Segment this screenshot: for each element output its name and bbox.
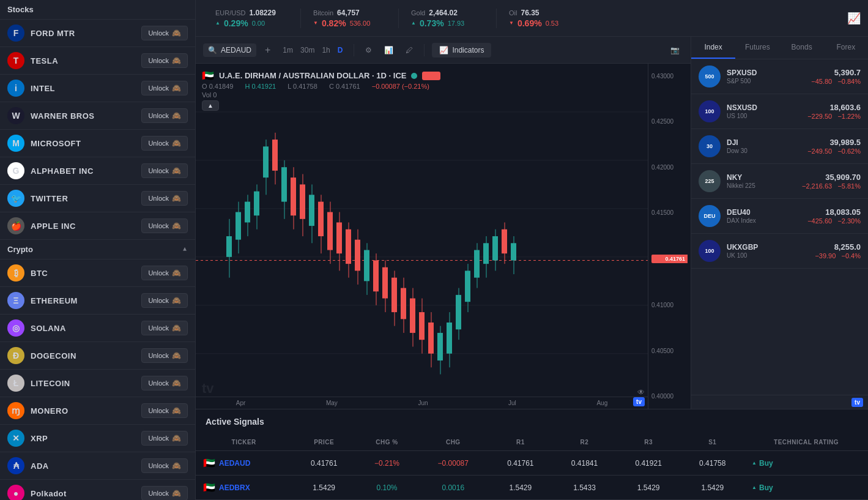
unlock-button[interactable]: Unlock 🙈 xyxy=(141,163,188,178)
index-info: UKXGBP UK 100 xyxy=(727,243,809,259)
index-change: −229.50 −1.22% xyxy=(807,113,861,120)
stocks-list: F FORD MTR Unlock 🙈 T TESLA Unlock 🙈 i I… xyxy=(0,20,195,240)
tab-index[interactable]: Index xyxy=(691,37,735,59)
index-name: DJI xyxy=(727,138,801,147)
unlock-button[interactable]: Unlock 🙈 xyxy=(141,26,188,40)
index-values: 39,989.5 −249.50 −0.62% xyxy=(807,138,861,155)
signal-rating-badge: Buy xyxy=(752,459,861,468)
price-level-2: 0.42500 xyxy=(651,118,688,125)
search-icon: 🔍 xyxy=(208,46,217,54)
tradingview-chart-logo: tv xyxy=(633,397,645,406)
ticker-item-gold[interactable]: Gold 2,464.02 ▲ 0.73% 17.93 xyxy=(399,9,497,28)
unlock-button[interactable]: Unlock 🙈 xyxy=(141,403,188,418)
screenshot-btn[interactable]: 📷 xyxy=(667,43,683,57)
index-price: 8,255.0 xyxy=(815,242,861,252)
unlock-button[interactable]: Unlock 🙈 xyxy=(141,458,188,473)
chart-title-text: U.A.E. DIRHAM / AUSTRALIAN DOLLAR · 1D ·… xyxy=(219,71,406,80)
svg-rect-10 xyxy=(236,212,241,240)
crypto-icon: ɱ xyxy=(7,402,24,419)
index-item-dji[interactable]: 30 DJI Dow 30 39,989.5 −249.50 −0.62% xyxy=(691,129,868,164)
unlock-button[interactable]: Unlock 🙈 xyxy=(141,218,188,233)
sidebar-item-ethereum: Ξ ETHEREUM Unlock 🙈 xyxy=(0,287,195,315)
chart-symbol-title: 🇦🇪 U.A.E. DIRHAM / AUSTRALIAN DOLLAR · 1… xyxy=(202,70,440,81)
index-subname: S&P 500 xyxy=(727,78,805,84)
unlock-button[interactable]: Unlock 🙈 xyxy=(141,191,188,206)
scroll-up-btn[interactable]: ▲ xyxy=(202,100,219,111)
unlock-button[interactable]: Unlock 🙈 xyxy=(141,81,188,95)
chart-eye-btn[interactable]: 👁 xyxy=(637,388,645,397)
svg-rect-68 xyxy=(502,229,507,253)
sidebar-item-btc: ₿ BTC Unlock 🙈 xyxy=(0,259,195,287)
ticker-pct: 0.82% xyxy=(322,18,346,28)
unlock-button[interactable]: Unlock 🙈 xyxy=(141,376,188,390)
index-name: DEU40 xyxy=(727,208,801,217)
crypto-collapse-icon[interactable]: ▼ xyxy=(182,246,188,253)
crypto-section-header[interactable]: Crypto ▼ xyxy=(0,240,195,259)
hide-icon: 🙈 xyxy=(172,84,181,92)
signal-ticker[interactable]: 🇦🇪 AEDAUD xyxy=(203,457,284,469)
tab-bonds[interactable]: Bonds xyxy=(780,37,824,59)
signal-row-aedaud: 🇦🇪 AEDAUD 0.41761 −0.21% −0.00087 0.4176… xyxy=(196,451,868,476)
crypto-list: ₿ BTC Unlock 🙈 Ξ ETHEREUM Unlock 🙈 ◎ SOL… xyxy=(0,259,195,500)
ticker-header: Gold 2,464.02 xyxy=(411,9,484,17)
signal-price: 1.5429 xyxy=(292,476,356,500)
unlock-button[interactable]: Unlock 🙈 xyxy=(141,486,188,500)
unlock-button[interactable]: Unlock 🙈 xyxy=(141,53,188,68)
index-item-nsxusd[interactable]: 100 NSXUSD US 100 18,603.6 −229.50 −1.22… xyxy=(691,94,868,129)
index-badge: 500 xyxy=(699,65,721,88)
timeframe-btn-d[interactable]: D xyxy=(334,43,347,57)
unlock-button[interactable]: Unlock 🙈 xyxy=(141,293,188,308)
index-item-spxusd[interactable]: 500 SPXUSD S&P 500 5,390.7 −45.80 −0.84% xyxy=(691,59,868,94)
svg-rect-36 xyxy=(355,240,360,271)
stock-name: FORD MTR xyxy=(31,29,135,38)
ticker-item-bitcoin[interactable]: Bitcoin 64,757 ▼ 0.82% 536.00 xyxy=(301,9,399,28)
signals-column-headers: TICKERPRICECHG %CHGR1R2R3S1TECHNICAL RAT… xyxy=(196,434,868,451)
timeframe-btn-1m[interactable]: 1m xyxy=(279,43,297,57)
index-values: 18,083.05 −425.60 −2.30% xyxy=(807,207,861,225)
chart-type-btn[interactable]: 📊 xyxy=(380,43,397,57)
chart-draw-btn[interactable]: 🖊 xyxy=(402,43,417,57)
ticker-item-eur-usd[interactable]: EUR/USD 1.08229 ▲ 0.29% 0.00 xyxy=(203,9,301,28)
stock-icon: G xyxy=(7,162,24,179)
chart-watermark: tv xyxy=(202,381,214,397)
tab-forex[interactable]: Forex xyxy=(824,37,868,59)
chart-settings-btn[interactable]: ⚙ xyxy=(362,43,376,57)
unlock-button[interactable]: Unlock 🙈 xyxy=(141,348,188,363)
unlock-button[interactable]: Unlock 🙈 xyxy=(141,321,188,335)
add-symbol-btn[interactable]: + xyxy=(261,42,274,58)
signal-ticker-cell[interactable]: 🇦🇪 AEDBRX xyxy=(196,476,292,500)
index-change: −425.60 −2.30% xyxy=(807,217,861,225)
ticker-abs: 17.93 xyxy=(448,20,465,27)
signal-ticker[interactable]: 🇦🇪 AEDBRX xyxy=(203,482,284,493)
col-r2: R2 xyxy=(552,434,617,451)
sidebar-item-twitter: 🐦 TWITTER Unlock 🙈 xyxy=(0,185,195,212)
indicators-label: Indicators xyxy=(452,46,484,54)
chart-main[interactable]: 🇦🇪 U.A.E. DIRHAM / AUSTRALIAN DOLLAR · 1… xyxy=(196,64,691,409)
timeframe-btn-1h[interactable]: 1h xyxy=(318,43,333,57)
svg-rect-60 xyxy=(465,271,470,302)
hide-icon: 🙈 xyxy=(172,296,181,305)
indicators-btn[interactable]: 📈 Indicators xyxy=(432,43,491,58)
svg-rect-48 xyxy=(410,299,415,333)
unlock-button[interactable]: Unlock 🙈 xyxy=(141,108,188,123)
unlock-button[interactable]: Unlock 🙈 xyxy=(141,266,188,280)
ticker-price: 2,464.02 xyxy=(429,9,458,17)
stock-name: TESLA xyxy=(31,56,135,65)
unlock-button[interactable]: Unlock 🙈 xyxy=(141,136,188,151)
index-info: DJI Dow 30 xyxy=(727,138,801,154)
signal-chg: −0.00087 xyxy=(418,451,489,476)
candlestick-chart[interactable] xyxy=(196,64,648,409)
index-item-deu40[interactable]: DEU DEU40 DAX Index 18,083.05 −425.60 −2… xyxy=(691,199,868,234)
ticker-item-oil[interactable]: Oil 76.35 ▼ 0.69% 0.53 xyxy=(497,9,595,28)
tab-futures[interactable]: Futures xyxy=(735,37,779,59)
timeframe-btn-30m[interactable]: 30m xyxy=(297,43,318,57)
index-item-nky[interactable]: 225 NKY Nikkei 225 35,909.70 −2,216.63 −… xyxy=(691,164,868,199)
signal-ticker-cell[interactable]: 🇦🇪 AEDAUD xyxy=(196,451,292,476)
symbol-search-box[interactable]: 🔍 AEDAUD xyxy=(203,43,256,57)
svg-rect-40 xyxy=(373,260,379,291)
stocks-section-title: Stocks xyxy=(7,5,34,14)
hide-icon: 🙈 xyxy=(172,111,181,120)
index-item-ukxgbp[interactable]: 100 UKXGBP UK 100 8,255.0 −39.90 −0.4% xyxy=(691,234,868,269)
main-content: EUR/USD 1.08229 ▲ 0.29% 0.00 Bitcoin 64,… xyxy=(196,0,868,500)
unlock-button[interactable]: Unlock 🙈 xyxy=(141,431,188,446)
